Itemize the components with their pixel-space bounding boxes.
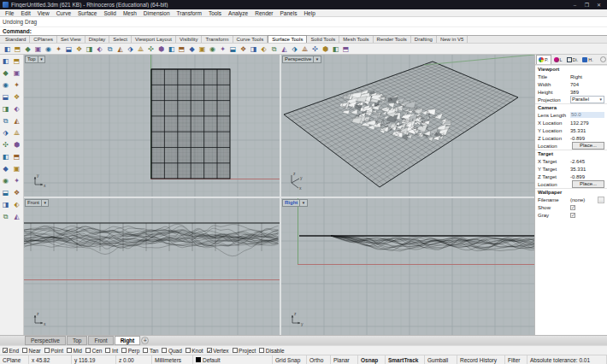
toolbar-tab-render-tools[interactable]: Render Tools: [374, 36, 411, 43]
viewport-perspective[interactable]: Perspective ▼ zyx: [281, 55, 534, 197]
trim-icon[interactable]: ❖: [12, 92, 22, 102]
checkbox-icon[interactable]: [186, 348, 191, 353]
remove-knot-icon[interactable]: ✦: [218, 44, 227, 54]
polygon-icon[interactable]: ◉: [1, 176, 11, 185]
maximize-button[interactable]: ❐: [581, 1, 592, 9]
toolbar-tab-mesh-tools[interactable]: Mesh Tools: [339, 36, 373, 43]
viewport-right-label[interactable]: Right ▼: [282, 199, 308, 207]
symmetry-icon[interactable]: ◭: [115, 44, 125, 54]
osnap-tan[interactable]: Tan: [143, 348, 158, 354]
flow-along-surface-icon[interactable]: ✣: [146, 44, 156, 54]
toolbar-tab-surface-tools[interactable]: Surface Tools: [268, 35, 307, 43]
panel-tab-help[interactable]: H.: [580, 56, 595, 64]
osnap-knot[interactable]: Knot: [186, 348, 203, 354]
rectangle-icon[interactable]: ▣: [12, 164, 22, 173]
status-cplane[interactable]: CPlane: [0, 355, 29, 364]
blend-surface-icon[interactable]: ◉: [44, 44, 53, 54]
checkbox-icon[interactable]: [233, 348, 238, 353]
move-icon[interactable]: ◆: [1, 68, 11, 78]
height-field[interactable]: 389: [570, 90, 604, 95]
status-filter[interactable]: Filter: [505, 355, 527, 364]
checkbox-icon[interactable]: [162, 348, 167, 353]
new-viewport-icon[interactable]: +: [141, 337, 149, 344]
panel-tab-layers[interactable]: L: [552, 56, 564, 64]
viewport-perspective-label[interactable]: Perspective ▼: [282, 56, 321, 63]
checkbox-icon[interactable]: [85, 348, 91, 353]
osnap-disable[interactable]: Disable: [259, 348, 284, 354]
patch-icon[interactable]: ✦: [54, 44, 63, 54]
untrim-icon[interactable]: ◧: [167, 44, 176, 54]
toolbar-tab-transform[interactable]: Transform: [202, 36, 233, 43]
status-planar[interactable]: Planar: [331, 355, 358, 364]
toolbar-tab-curve-tools[interactable]: Curve Tools: [233, 36, 268, 43]
status-default[interactable]: Default: [193, 355, 273, 364]
connect-surfaces-icon[interactable]: ▣: [197, 44, 207, 54]
chamfer-surface-icon[interactable]: ◆: [23, 44, 32, 54]
menu-edit[interactable]: Edit: [17, 9, 33, 17]
menu-curve[interactable]: Curve: [53, 9, 74, 17]
extend-surface-icon[interactable]: ◧: [3, 44, 12, 54]
menu-solid[interactable]: Solid: [100, 9, 119, 17]
cylinder-icon[interactable]: ⧉: [1, 212, 11, 221]
merge-surface-icon[interactable]: ⧉: [105, 44, 115, 54]
osnap-point[interactable]: Point: [44, 348, 63, 354]
toolbar-tab-standard[interactable]: Standard: [2, 36, 30, 43]
location-place-button[interactable]: Place...: [572, 142, 604, 150]
checkbox-icon[interactable]: [44, 348, 50, 353]
status-ortho[interactable]: Ortho: [307, 355, 331, 364]
move-uvn-icon[interactable]: ◨: [249, 44, 258, 54]
offset-surface-icon[interactable]: ▣: [33, 44, 43, 54]
menu-tools[interactable]: Tools: [205, 9, 225, 17]
unroll-surface-icon[interactable]: ⬗: [126, 44, 135, 54]
command-history[interactable]: Undoing Drag: [0, 17, 607, 27]
viewport-menu-arrow-icon[interactable]: ▼: [41, 200, 48, 206]
viewport-tab-top[interactable]: Top: [67, 336, 87, 345]
toolbar-tab-new-in-v5[interactable]: New in V5: [437, 36, 468, 43]
sphere-icon[interactable]: ⬖: [12, 200, 22, 209]
projection-dropdown[interactable]: Parallel▼: [570, 96, 604, 103]
toolbar-tab-drafting[interactable]: Drafting: [411, 36, 437, 43]
osnap-mid[interactable]: Mid: [67, 348, 82, 354]
point-icon[interactable]: ⬢: [12, 140, 22, 150]
show-checkbox[interactable]: [570, 205, 575, 210]
checkbox-icon[interactable]: [259, 348, 264, 353]
viewport-menu-arrow-icon[interactable]: ▼: [299, 200, 306, 206]
circle-icon[interactable]: ⬒: [12, 152, 22, 161]
panel-menu-icon[interactable]: [600, 56, 606, 62]
remove-control-point-icon[interactable]: ❖: [239, 44, 248, 54]
osnap-vertex[interactable]: Vertex: [207, 348, 229, 354]
filename-value[interactable]: (none): [570, 197, 598, 203]
checkbox-icon[interactable]: [121, 348, 127, 353]
status-grid-snap[interactable]: Grid Snap: [273, 355, 307, 364]
y-target-field[interactable]: 35.331: [570, 167, 604, 172]
viewport-menu-arrow-icon[interactable]: ▼: [38, 56, 44, 62]
x-location-field[interactable]: 132.279: [570, 120, 604, 126]
free-form-curve-icon[interactable]: ⬓: [1, 188, 11, 197]
edit-points-icon[interactable]: ◧: [331, 44, 340, 54]
toolbar-tab-viewport-layout[interactable]: Viewport Layout: [132, 36, 176, 43]
analyze-direction-icon[interactable]: ⬒: [341, 44, 351, 54]
viewport-top[interactable]: Top ▼ yx: [24, 55, 280, 197]
menu-dimension[interactable]: Dimension: [140, 9, 174, 17]
panel-tab-display[interactable]: Di.: [565, 56, 580, 64]
toolbar-tab-solid-tools[interactable]: Solid Tools: [307, 36, 339, 43]
minimize-button[interactable]: –: [569, 1, 580, 9]
fillet-icon[interactable]: ⧉: [1, 116, 11, 126]
shrink-trimmed-surface-icon[interactable]: ⬒: [177, 44, 186, 54]
status-osnap[interactable]: Osnap: [358, 355, 386, 364]
status-record-history[interactable]: Record History: [457, 355, 505, 364]
orient-on-surface-icon[interactable]: ◭: [280, 44, 289, 54]
z-location-field[interactable]: -0.899: [570, 136, 604, 141]
osnap-cen[interactable]: Cen: [85, 348, 102, 354]
status-smarttrack[interactable]: SmartTrack: [386, 355, 425, 364]
osnap-end[interactable]: End: [3, 348, 19, 354]
browse-button[interactable]: …: [598, 197, 604, 203]
menu-surface[interactable]: Surface: [74, 9, 100, 17]
toolbar-tab-visibility[interactable]: Visibility: [176, 36, 203, 43]
polyline-icon[interactable]: ◧: [1, 152, 11, 161]
divide-along-creases-icon[interactable]: ◆: [187, 44, 197, 54]
rotate-icon[interactable]: ◉: [1, 80, 11, 90]
viewport-tab-perspective[interactable]: Perspective: [25, 336, 66, 345]
menu-file[interactable]: File: [2, 9, 17, 17]
viewport-right[interactable]: Right ▼ zy: [281, 198, 534, 335]
